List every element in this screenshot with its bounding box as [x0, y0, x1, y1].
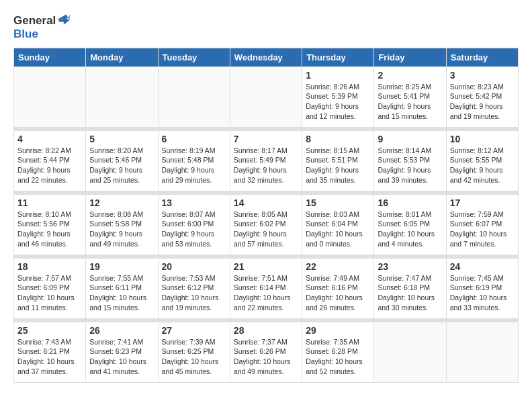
day-number: 20: [162, 261, 226, 272]
day-info: Sunrise: 7:55 AM Sunset: 6:11 PM Dayligh…: [89, 273, 154, 313]
calendar-cell: 13Sunrise: 8:07 AM Sunset: 6:00 PM Dayli…: [158, 194, 230, 255]
calendar-cell: 17Sunrise: 7:59 AM Sunset: 6:07 PM Dayli…: [446, 194, 518, 255]
day-info: Sunrise: 8:14 AM Sunset: 5:53 PM Dayligh…: [378, 146, 442, 185]
calendar-cell: 20Sunrise: 7:53 AM Sunset: 6:12 PM Dayli…: [158, 258, 230, 318]
day-info: Sunrise: 8:25 AM Sunset: 5:41 PM Dayligh…: [378, 82, 442, 122]
day-info: Sunrise: 7:39 AM Sunset: 6:25 PM Dayligh…: [162, 337, 226, 377]
page-header: General Blue: [13, 13, 519, 41]
calendar-cell: 12Sunrise: 8:08 AM Sunset: 5:58 PM Dayli…: [86, 194, 158, 255]
day-number: 14: [234, 197, 298, 208]
header-sunday: Sunday: [14, 48, 86, 66]
week-row-1: 1Sunrise: 8:26 AM Sunset: 5:39 PM Daylig…: [14, 66, 519, 127]
day-info: Sunrise: 7:43 AM Sunset: 6:21 PM Dayligh…: [17, 337, 82, 377]
day-info: Sunrise: 7:47 AM Sunset: 6:18 PM Dayligh…: [378, 273, 442, 313]
day-info: Sunrise: 8:07 AM Sunset: 6:00 PM Dayligh…: [162, 210, 226, 249]
day-info: Sunrise: 8:03 AM Sunset: 6:04 PM Dayligh…: [306, 210, 370, 249]
header-friday: Friday: [374, 48, 446, 66]
day-info: Sunrise: 7:51 AM Sunset: 6:14 PM Dayligh…: [234, 273, 298, 313]
day-info: Sunrise: 7:59 AM Sunset: 6:07 PM Dayligh…: [450, 210, 515, 249]
day-info: Sunrise: 8:22 AM Sunset: 5:44 PM Dayligh…: [17, 146, 82, 185]
calendar-cell: 23Sunrise: 7:47 AM Sunset: 6:18 PM Dayli…: [374, 258, 446, 318]
day-info: Sunrise: 7:49 AM Sunset: 6:16 PM Dayligh…: [306, 273, 370, 313]
day-info: Sunrise: 7:53 AM Sunset: 6:12 PM Dayligh…: [162, 273, 226, 313]
calendar-cell: 11Sunrise: 8:10 AM Sunset: 5:56 PM Dayli…: [14, 194, 86, 255]
day-number: 23: [378, 261, 442, 272]
week-row-2: 4Sunrise: 8:22 AM Sunset: 5:44 PM Daylig…: [14, 130, 519, 191]
day-number: 5: [89, 134, 154, 144]
week-row-5: 25Sunrise: 7:43 AM Sunset: 6:21 PM Dayli…: [14, 322, 519, 382]
day-number: 17: [450, 197, 515, 208]
header-thursday: Thursday: [302, 48, 374, 66]
calendar-cell: 15Sunrise: 8:03 AM Sunset: 6:04 PM Dayli…: [302, 194, 374, 255]
logo: General Blue: [13, 13, 72, 41]
day-info: Sunrise: 8:08 AM Sunset: 5:58 PM Dayligh…: [89, 210, 154, 249]
day-number: 10: [450, 134, 515, 144]
header-saturday: Saturday: [446, 48, 518, 66]
calendar-cell: 10Sunrise: 8:12 AM Sunset: 5:55 PM Dayli…: [446, 130, 518, 191]
day-info: Sunrise: 8:20 AM Sunset: 5:46 PM Dayligh…: [89, 146, 154, 185]
day-number: 29: [306, 325, 370, 336]
calendar-cell: [446, 322, 518, 382]
header-tuesday: Tuesday: [158, 48, 230, 66]
calendar-cell: 3Sunrise: 8:23 AM Sunset: 5:42 PM Daylig…: [446, 66, 518, 127]
day-number: 19: [89, 261, 154, 272]
calendar-cell: [230, 66, 302, 127]
calendar-cell: 14Sunrise: 8:05 AM Sunset: 6:02 PM Dayli…: [230, 194, 302, 255]
day-number: 7: [234, 134, 298, 144]
calendar-cell: 19Sunrise: 7:55 AM Sunset: 6:11 PM Dayli…: [86, 258, 158, 318]
calendar-cell: 21Sunrise: 7:51 AM Sunset: 6:14 PM Dayli…: [230, 258, 302, 318]
calendar-header-row: SundayMondayTuesdayWednesdayThursdayFrid…: [14, 48, 519, 66]
day-info: Sunrise: 7:37 AM Sunset: 6:26 PM Dayligh…: [234, 337, 298, 377]
day-info: Sunrise: 8:01 AM Sunset: 6:05 PM Dayligh…: [378, 210, 442, 249]
header-monday: Monday: [86, 48, 158, 66]
calendar-cell: [14, 66, 86, 127]
calendar-cell: 18Sunrise: 7:57 AM Sunset: 6:09 PM Dayli…: [14, 258, 86, 318]
day-info: Sunrise: 7:45 AM Sunset: 6:19 PM Dayligh…: [450, 273, 515, 313]
day-info: Sunrise: 8:12 AM Sunset: 5:55 PM Dayligh…: [450, 146, 515, 185]
week-row-3: 11Sunrise: 8:10 AM Sunset: 5:56 PM Dayli…: [14, 194, 519, 255]
day-number: 1: [306, 70, 370, 81]
logo-text: General Blue: [13, 13, 72, 41]
calendar-cell: 26Sunrise: 7:41 AM Sunset: 6:23 PM Dayli…: [86, 322, 158, 382]
day-number: 24: [450, 261, 515, 272]
calendar-cell: 27Sunrise: 7:39 AM Sunset: 6:25 PM Dayli…: [158, 322, 230, 382]
calendar-cell: [374, 322, 446, 382]
day-number: 22: [306, 261, 370, 272]
calendar-cell: 22Sunrise: 7:49 AM Sunset: 6:16 PM Dayli…: [302, 258, 374, 318]
calendar-table: SundayMondayTuesdayWednesdayThursdayFrid…: [13, 48, 519, 383]
logo-arrow-icon: [57, 13, 72, 28]
calendar-cell: 24Sunrise: 7:45 AM Sunset: 6:19 PM Dayli…: [446, 258, 518, 318]
day-number: 26: [89, 325, 154, 336]
day-info: Sunrise: 8:26 AM Sunset: 5:39 PM Dayligh…: [306, 82, 370, 122]
calendar-cell: 6Sunrise: 8:19 AM Sunset: 5:48 PM Daylig…: [158, 130, 230, 191]
day-number: 15: [306, 197, 370, 208]
day-number: 11: [17, 197, 82, 208]
day-info: Sunrise: 7:41 AM Sunset: 6:23 PM Dayligh…: [89, 337, 154, 377]
day-number: 18: [17, 261, 82, 272]
calendar-cell: 16Sunrise: 8:01 AM Sunset: 6:05 PM Dayli…: [374, 194, 446, 255]
calendar-cell: 5Sunrise: 8:20 AM Sunset: 5:46 PM Daylig…: [86, 130, 158, 191]
calendar-cell: 1Sunrise: 8:26 AM Sunset: 5:39 PM Daylig…: [302, 66, 374, 127]
day-number: 8: [306, 134, 370, 144]
day-number: 3: [450, 70, 515, 81]
calendar-cell: 4Sunrise: 8:22 AM Sunset: 5:44 PM Daylig…: [14, 130, 86, 191]
day-info: Sunrise: 7:35 AM Sunset: 6:28 PM Dayligh…: [306, 337, 370, 377]
day-number: 12: [89, 197, 154, 208]
calendar-cell: [86, 66, 158, 127]
day-number: 21: [234, 261, 298, 272]
day-info: Sunrise: 8:23 AM Sunset: 5:42 PM Dayligh…: [450, 82, 515, 122]
day-number: 16: [378, 197, 442, 208]
calendar-cell: [158, 66, 230, 127]
day-number: 25: [17, 325, 82, 336]
calendar-cell: 7Sunrise: 8:17 AM Sunset: 5:49 PM Daylig…: [230, 130, 302, 191]
day-info: Sunrise: 8:17 AM Sunset: 5:49 PM Dayligh…: [234, 146, 298, 185]
day-number: 4: [17, 134, 82, 144]
day-number: 6: [162, 134, 226, 144]
day-number: 13: [162, 197, 226, 208]
calendar-cell: 25Sunrise: 7:43 AM Sunset: 6:21 PM Dayli…: [14, 322, 86, 382]
calendar-cell: 2Sunrise: 8:25 AM Sunset: 5:41 PM Daylig…: [374, 66, 446, 127]
calendar-cell: 28Sunrise: 7:37 AM Sunset: 6:26 PM Dayli…: [230, 322, 302, 382]
calendar-cell: 9Sunrise: 8:14 AM Sunset: 5:53 PM Daylig…: [374, 130, 446, 191]
day-info: Sunrise: 8:10 AM Sunset: 5:56 PM Dayligh…: [17, 210, 82, 249]
calendar-cell: 29Sunrise: 7:35 AM Sunset: 6:28 PM Dayli…: [302, 322, 374, 382]
